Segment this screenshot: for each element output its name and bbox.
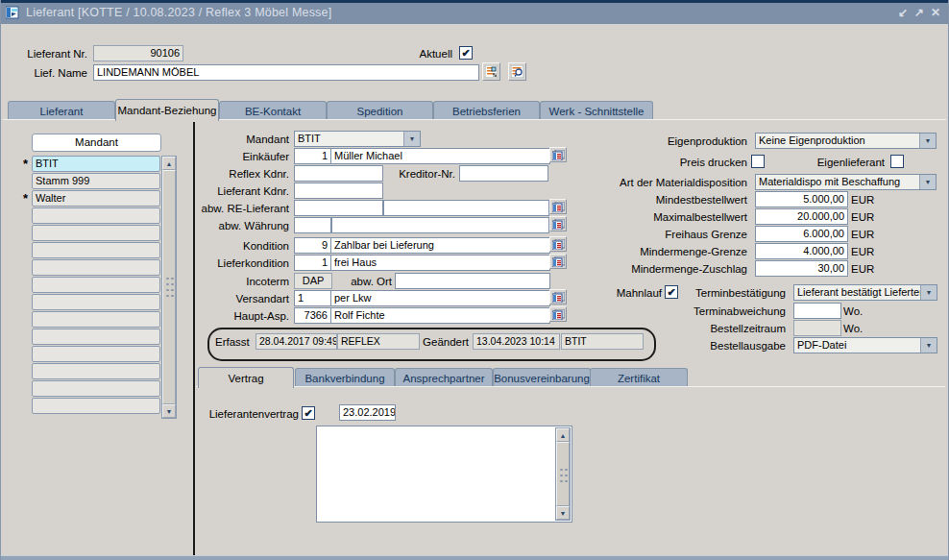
aktuell-checkbox[interactable]: ✔	[459, 46, 473, 60]
mindestbestellwert-unit: EUR	[851, 194, 874, 206]
versandart-name-input[interactable]: per Lkw	[330, 290, 550, 306]
mandant-list-item[interactable]	[32, 380, 160, 397]
abw-waehrung-label: abw. Währung	[174, 220, 289, 231]
subtab-bankverbindung[interactable]: Bankverbindung	[295, 368, 395, 387]
mandant-list-item[interactable]	[32, 277, 160, 293]
mandant-list-item[interactable]: Walter	[32, 190, 160, 207]
tab-spedition[interactable]: Spedition	[327, 101, 433, 120]
mandant-list-item[interactable]	[32, 329, 160, 345]
mandant-list-item[interactable]: Stamm 999	[32, 173, 160, 189]
bestellzeitraum-input[interactable]	[793, 320, 841, 336]
mindestbestellwert-input[interactable]: 5.000,00	[755, 191, 848, 207]
mandant-list-header[interactable]: Mandant	[32, 134, 161, 152]
abw-waehrung-lov-button[interactable]	[549, 216, 567, 231]
einkaeufer-name-input[interactable]: Müller Michael	[330, 148, 550, 164]
chevron-down-icon[interactable]: ▼	[920, 285, 937, 300]
incoterm-label: Incoterm	[174, 276, 289, 287]
einkaeufer-nr-input[interactable]: 1	[294, 148, 331, 164]
edit-list-button[interactable]	[482, 62, 500, 81]
terminbestaetigung-select[interactable]: Lieferant bestätigt Liefertermin ▼	[793, 284, 937, 301]
freihaus-grenze-input[interactable]: 6.000,00	[755, 226, 848, 242]
tab-be-kontakt[interactable]: BE-Kontakt	[219, 101, 327, 120]
mandant-list-item[interactable]	[32, 259, 160, 276]
versandart-lov-button[interactable]	[549, 289, 567, 304]
mindermenge-zuschlag-input[interactable]: 30,00	[755, 260, 848, 277]
kondition-name-input[interactable]: Zahlbar bei Lieferung	[330, 237, 550, 254]
freihaus-grenze-label: Freihaus Grenze	[616, 229, 747, 240]
tab-werk-schnittstelle[interactable]: Werk - Schnittstelle	[540, 101, 653, 120]
vertrag-datum-input[interactable]: 23.02.2019	[339, 404, 396, 421]
mindermenge-zuschlag-label: Mindermenge-Zuschlag	[616, 263, 747, 275]
lieferkondition-name-input[interactable]: frei Haus	[330, 255, 550, 271]
eigenlieferant-checkbox[interactable]	[890, 155, 904, 168]
scroll-up-icon[interactable]: ▲	[556, 428, 570, 442]
kondition-lov-button[interactable]	[549, 236, 567, 252]
subtab-ansprechpartner[interactable]: Ansprechpartner	[395, 368, 493, 387]
terminabweichung-label: Terminabweichung	[654, 305, 786, 317]
kreditor-nr-input[interactable]	[459, 165, 548, 182]
tab-mandant-beziehung[interactable]: Mandant-Beziehung	[115, 99, 219, 121]
abw-waehrung-code-input[interactable]	[294, 217, 331, 233]
abw-re-lieferant-lov-button[interactable]	[549, 199, 567, 214]
art-materialdispo-select[interactable]: Materialdispo mit Beschaffung ▼	[755, 174, 937, 190]
subtab-bonusvereinbarung[interactable]: Bonusvereinbarung	[493, 368, 591, 387]
einkaeufer-lov-button[interactable]	[549, 147, 567, 162]
abw-ort-input[interactable]	[395, 273, 550, 289]
abw-re-lieferant-label: abw. RE-Lieferant	[174, 203, 289, 214]
mandant-list-item[interactable]: BTIT	[32, 156, 160, 172]
versandart-nr-input[interactable]: 1	[294, 290, 331, 306]
chevron-down-icon[interactable]: ▼	[919, 175, 936, 189]
abw-re-lieferant-nr-input[interactable]	[294, 200, 383, 216]
preis-drucken-checkbox[interactable]	[751, 155, 765, 168]
mindermenge-grenze-input[interactable]: 4.000,00	[755, 243, 848, 259]
minimize-icon[interactable]: ↙	[898, 5, 908, 20]
maximalbestellwert-input[interactable]: 20.000,00	[755, 208, 848, 225]
haupt-asp-name-input[interactable]: Rolf Fichte	[330, 307, 550, 324]
subtab-zertifikat[interactable]: Zertifikat	[590, 368, 688, 387]
mindermenge-zuschlag-unit: EUR	[851, 263, 874, 275]
incoterm-input[interactable]: DAP	[294, 273, 332, 289]
chevron-down-icon[interactable]: ▼	[920, 338, 937, 353]
lieferant-kdnr-input[interactable]	[294, 183, 383, 199]
bestellausgabe-select[interactable]: PDF-Datei ▼	[793, 337, 937, 353]
notes-scrollbar[interactable]: ▲ ▼	[555, 427, 571, 521]
art-materialdispo-label: Art der Materialdisposition	[577, 177, 747, 188]
mahnlauf-label: Mahnlauf	[587, 287, 662, 299]
abw-waehrung-name-input[interactable]	[331, 217, 549, 233]
eigenproduktion-select[interactable]: Keine Eigenproduktion ▼	[755, 133, 937, 149]
abw-re-lieferant-name-input[interactable]	[383, 200, 549, 216]
subtab-vertrag[interactable]: Vertrag	[198, 367, 294, 388]
scroll-down-icon[interactable]: ▼	[556, 506, 570, 520]
lieferantenvertrag-checkbox[interactable]: ✔	[302, 406, 315, 420]
reflex-kdnr-input[interactable]	[294, 165, 383, 182]
mandant-list-item[interactable]	[32, 398, 160, 414]
mandant-list-item[interactable]	[32, 363, 160, 379]
scroll-down-icon[interactable]: ▼	[162, 404, 176, 418]
vertrag-notes-textarea[interactable]: ▲ ▼	[316, 426, 572, 523]
lieferkondition-nr-input[interactable]: 1	[294, 255, 331, 271]
maximize-icon[interactable]: ↗	[914, 5, 924, 20]
chevron-down-icon[interactable]: ▼	[919, 134, 936, 148]
scrollbar-thumb[interactable]	[556, 442, 570, 506]
haupt-asp-nr-input[interactable]: 7366	[294, 307, 331, 324]
lief-name-input[interactable]: LINDEMANN MÖBEL	[93, 64, 479, 81]
chevron-down-icon[interactable]: ▼	[403, 132, 420, 146]
mandant-list-item[interactable]	[32, 294, 160, 310]
aktuell-label: Aktuell	[385, 48, 452, 60]
haupt-asp-lov-button[interactable]	[549, 306, 567, 322]
mandant-list-item[interactable]	[32, 346, 160, 362]
kondition-nr-input[interactable]: 9	[294, 237, 331, 254]
tab-betriebsferien[interactable]: Betriebsferien	[433, 101, 540, 120]
mandant-list-item[interactable]	[32, 242, 160, 258]
mandant-list-item[interactable]	[32, 207, 160, 224]
tab-lieferant[interactable]: Lieferant	[8, 101, 115, 120]
terminabweichung-input[interactable]	[793, 303, 841, 319]
terminabweichung-unit: Wo.	[843, 305, 863, 317]
preview-button[interactable]	[508, 62, 526, 81]
mandant-list-item[interactable]	[32, 311, 160, 328]
mandant-select[interactable]: BTIT ▼	[294, 131, 421, 147]
mandant-list-item[interactable]	[32, 225, 160, 241]
lieferant-nr-input[interactable]: 90106	[93, 45, 183, 61]
close-icon[interactable]: ✕	[931, 5, 940, 20]
lieferkondition-lov-button[interactable]	[549, 254, 567, 269]
